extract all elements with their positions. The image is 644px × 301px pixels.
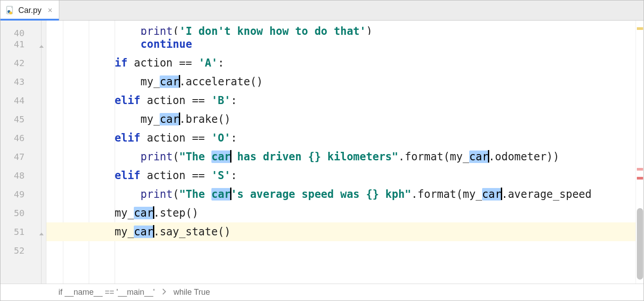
file-tab[interactable]: Car.py × — [0, 0, 59, 20]
editor-window: Car.py × 40 41 42 43 44 45 46 47 48 49 5… — [0, 0, 644, 301]
breadcrumb-bar: if __name__ == '__main__' while True — [0, 284, 644, 301]
error-stripe[interactable] — [636, 21, 644, 284]
gutter-line[interactable]: 42 — [0, 54, 46, 72]
gutter: 40 41 42 43 44 45 46 47 48 49 50 51 52 — [0, 21, 46, 284]
breadcrumb-segment[interactable]: if __name__ == '__main__' — [58, 288, 155, 297]
code-line[interactable]: print("The car has driven {} kilometers"… — [46, 147, 636, 166]
code-line[interactable]: my_car.step() — [46, 204, 636, 222]
stripe-error-marker[interactable] — [637, 177, 643, 180]
search-highlight: car — [134, 226, 153, 238]
code-line[interactable]: print('I don't know how to do that') — [46, 21, 636, 35]
search-highlight: car — [134, 207, 153, 219]
stripe-warning-marker[interactable] — [637, 27, 643, 30]
gutter-line[interactable]: 44 — [0, 91, 46, 110]
code-line-current[interactable]: my_car.say_state() — [46, 222, 636, 241]
stripe-error-marker[interactable] — [637, 168, 643, 171]
gutter-line[interactable]: 40 — [0, 21, 46, 35]
gutter-line[interactable]: 51 — [0, 222, 46, 241]
tab-filename: Car.py — [18, 6, 41, 15]
gutter-line[interactable]: 47 — [0, 147, 46, 166]
code-line[interactable]: elif action == 'S': — [46, 166, 636, 185]
gutter-line[interactable]: 41 — [0, 35, 46, 54]
search-highlight: car — [211, 150, 231, 163]
chevron-right-icon — [162, 288, 166, 297]
code-view[interactable]: print('I don't know how to do that') con… — [46, 21, 636, 284]
search-highlight: car — [160, 75, 179, 88]
gutter-line[interactable]: 43 — [0, 72, 46, 91]
code-line[interactable]: elif action == 'B': — [46, 91, 636, 110]
fold-handle-icon[interactable] — [38, 229, 45, 235]
search-highlight: car — [469, 150, 488, 163]
search-highlight: car — [160, 113, 179, 125]
editor-area: 40 41 42 43 44 45 46 47 48 49 50 51 52 — [0, 21, 644, 284]
gutter-line[interactable]: 48 — [0, 166, 46, 185]
code-line[interactable]: my_car.brake() — [46, 110, 636, 129]
python-file-icon — [6, 6, 15, 15]
gutter-line[interactable]: 46 — [0, 129, 46, 147]
code-line[interactable]: my_car.accelerate() — [46, 72, 636, 91]
code-line[interactable]: elif action == 'O': — [46, 129, 636, 147]
search-highlight: car — [211, 188, 231, 201]
tab-close-icon[interactable]: × — [48, 6, 53, 15]
breadcrumb-segment[interactable]: while True — [173, 288, 210, 297]
gutter-line[interactable]: 45 — [0, 110, 46, 129]
code-line[interactable]: if action == 'A': — [46, 54, 636, 72]
svg-point-2 — [9, 12, 12, 14]
tab-bar: Car.py × — [0, 0, 644, 21]
code-line[interactable]: continue — [46, 35, 636, 54]
gutter-line[interactable]: 50 — [0, 204, 46, 222]
search-highlight: car — [482, 188, 501, 201]
code-line[interactable] — [46, 241, 636, 260]
scrollbar-thumb[interactable] — [637, 208, 643, 280]
fold-handle-icon[interactable] — [38, 41, 45, 47]
gutter-line[interactable]: 49 — [0, 185, 46, 204]
code-line[interactable]: print("The car's average speed was {} kp… — [46, 185, 636, 204]
gutter-line[interactable]: 52 — [0, 241, 46, 260]
